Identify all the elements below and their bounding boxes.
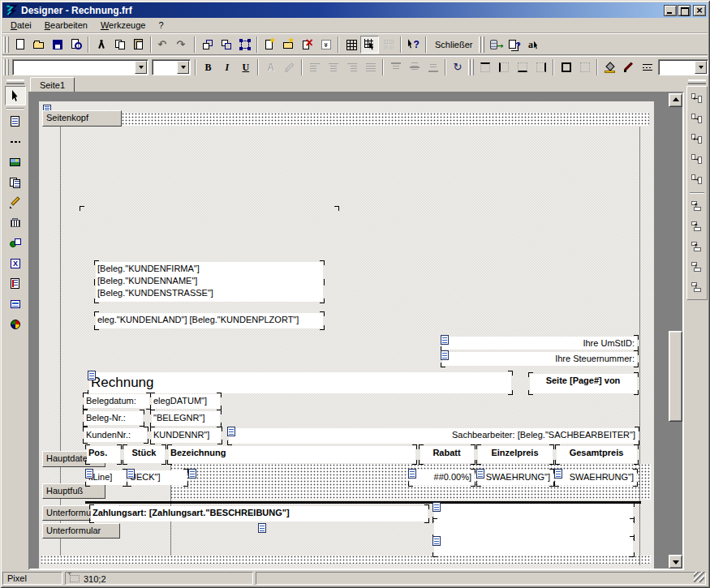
font-size-combo-arrow[interactable] [177,61,189,74]
space-equally-h-button[interactable]: ↔ [688,129,706,148]
memo-block-3[interactable] [434,538,633,556]
align-to-grid-button[interactable] [379,36,398,54]
label-kundennr[interactable]: KundenNr.: [84,428,147,442]
memo-kundennr[interactable]: KUNDENNR"] [152,428,221,443]
align-tops-button[interactable]: ↑ [688,196,706,216]
align-left-edges-button[interactable]: ← [688,88,706,108]
memo-umstid[interactable]: Ihre UmStID: [442,337,637,350]
minimize-button[interactable] [664,5,677,16]
frame-style-button[interactable] [638,58,656,76]
menu-help[interactable]: ? [152,19,170,32]
header-einzelpreis[interactable]: Einzelpreis [478,446,553,463]
memo-steuernummer[interactable]: Ihre Steuernummer: [442,352,637,366]
memo-kundenadresse[interactable]: [Beleg."KUNDENFIRMA"] [Beleg."KUNDENNAME… [96,262,323,302]
menu-bearbeiten[interactable]: Bearbeiten [38,19,94,32]
toolbar-grip[interactable] [3,36,9,53]
align-h-centers-button[interactable]: → [688,109,706,128]
chart-object-button[interactable] [5,315,26,334]
insert-band-button[interactable] [260,36,279,54]
header-pos[interactable]: Pos. [87,446,120,463]
ole-object-button[interactable] [5,254,26,273]
title-bar[interactable]: Designer - Rechnung.frf [2,2,708,18]
memo-belegdatum[interactable]: elegDATUM"] [152,394,220,409]
font-name-combo[interactable] [12,59,148,75]
richtext-object-button[interactable] [5,274,26,294]
picture-object-button[interactable] [5,152,26,172]
insert-page-button[interactable] [279,36,298,54]
header-rabatt[interactable]: Rabatt [420,446,474,463]
memo-belegnr[interactable]: "BELEGNR"] [152,411,220,426]
toolbar-grip[interactable] [3,59,9,75]
memo-zahlungsart[interactable]: Zahlungsart: [Zahlungsart."BESCHREIBUNG"… [91,506,428,521]
font-name-combo-arrow[interactable] [135,61,147,74]
paste-button[interactable] [129,36,148,54]
menu-datei[interactable]: Datei [4,19,38,32]
frame-none-button[interactable] [575,58,594,76]
align-v-centers-button[interactable]: ↕ [688,217,706,236]
space-equally-v-button[interactable]: ↕ [688,237,706,256]
frame-width-combo[interactable] [658,59,708,75]
barcode-object-button[interactable] [5,213,26,233]
band-object-button[interactable] [5,132,26,152]
italic-button[interactable] [217,58,236,76]
memo-block-2[interactable] [434,520,633,538]
group-select-button[interactable] [235,36,254,54]
select-tool-button[interactable] [5,86,26,105]
toolbar-grip[interactable] [479,36,484,53]
send-to-back-button[interactable] [217,36,235,54]
frame-right-button[interactable] [531,58,550,76]
memo-rabatt[interactable]: ##0.00%] [410,470,474,485]
save-button[interactable] [48,36,67,54]
palette-grip[interactable] [688,79,706,84]
band-tab-seitenkopf[interactable]: Seitenkopf [42,110,122,127]
valign-center-button[interactable] [405,58,424,76]
memo-posnr[interactable]: itLine] [87,470,126,485]
font-size-combo[interactable] [152,59,191,75]
scroll-down-button[interactable] [669,555,682,569]
show-grid-button[interactable] [342,36,360,54]
close-button[interactable] [693,5,706,16]
align-center-button[interactable] [324,58,342,76]
memo-einzelpreis[interactable]: SWAEHRUNG"] [478,470,553,485]
draw-object-button[interactable] [5,193,26,212]
redo-button[interactable] [173,36,191,54]
memo-gesamtpreis[interactable]: SWAEHRUNG"] [556,470,636,485]
maximize-button[interactable] [678,5,691,16]
shape-object-button[interactable] [5,234,26,253]
data-dictionary-button[interactable] [486,36,505,54]
bold-button[interactable] [199,58,217,76]
align-right-edges-button[interactable]: → [688,170,706,189]
header-gesamtpreis[interactable]: Gesamtpreis [557,446,637,463]
variables-button[interactable] [523,36,542,54]
memo-lines-object-button[interactable] [5,294,26,314]
frame-bottom-button[interactable] [513,58,531,76]
align-justify-button[interactable] [361,58,380,76]
open-button[interactable] [29,36,48,54]
page-tab[interactable]: Seite1 [30,77,75,92]
center-v-in-band-button[interactable]: ↓ [688,277,706,297]
report-options-button[interactable] [505,36,523,54]
align-right-button[interactable] [342,58,361,76]
valign-top-button[interactable] [386,58,405,76]
rotate-text-button[interactable] [449,58,467,76]
frame-width-combo-arrow[interactable] [695,61,707,74]
toolbar-grip[interactable] [468,59,474,75]
font-color-button[interactable] [261,58,280,76]
fill-color-button[interactable] [600,58,619,76]
palette-grip[interactable] [6,79,24,84]
close-designer-button[interactable]: Schließer [429,36,478,54]
memo-block-1[interactable] [434,504,633,520]
memo-seite-von[interactable]: Seite [Page#] von [530,374,637,393]
snap-to-grid-button[interactable] [360,36,379,54]
header-stueck[interactable]: Stück [124,446,165,463]
scroll-up-button[interactable] [669,93,682,107]
bring-to-front-button[interactable] [198,36,217,54]
resize-grip[interactable] [694,572,704,582]
memo-sachbearbeiter[interactable]: Sachbearbeiter: [Beleg."SACHBEARBEITER"] [229,428,638,444]
page-options-button[interactable] [316,36,335,54]
underline-button[interactable] [236,58,255,76]
preview-button[interactable] [67,36,85,54]
context-help-button[interactable] [404,36,423,54]
scrollbar-thumb[interactable] [669,331,682,422]
copy-button[interactable] [110,36,129,54]
